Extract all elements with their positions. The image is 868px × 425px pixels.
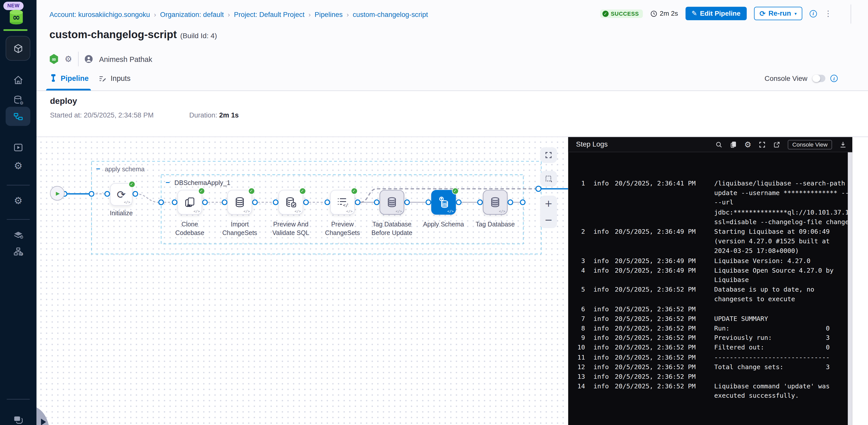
sync-icon: ⟳ [117, 188, 126, 201]
chat-question-icon: ? [13, 415, 24, 425]
chevron-right-icon: › [309, 10, 311, 19]
logo-underline [3, 29, 28, 31]
toggle-knob [812, 75, 820, 82]
step-logs-header: Step Logs ⚙ [568, 137, 852, 152]
active-tab-underline [46, 89, 91, 90]
log-row: 4info20/5/2025, 2:36:49 PMLiquibase Open… [576, 265, 848, 285]
sidebar-item-executions[interactable] [0, 138, 37, 157]
kebab-menu-icon[interactable]: ⋮ [824, 9, 832, 18]
status-text: SUCCESS [611, 10, 639, 17]
node-import-changesets[interactable]: ✓ </> [227, 190, 252, 215]
database-icon [234, 196, 246, 208]
sidebar-item-settings[interactable]: ⚙ [0, 156, 37, 175]
node-apply-schema[interactable]: ✓ </> [431, 190, 456, 215]
clone-icon [184, 196, 196, 208]
breadcrumb-project[interactable]: Project: Default Project [234, 10, 305, 19]
rerun-button[interactable]: ⟳ Re-run ▾ [754, 7, 802, 20]
log-row: 3info20/5/2025, 2:36:49 PMLiquibase Vers… [576, 256, 848, 265]
topbar: Account: kurosakiichigo.songoku › Organi… [37, 0, 868, 27]
search-icon[interactable] [715, 141, 722, 148]
stage-name: deploy [50, 96, 77, 106]
clock-icon [650, 10, 657, 17]
top-actions: ✓ SUCCESS 2m 2s ✎ Edit Pipeline ⟳ Re-run [600, 0, 832, 27]
tab-inputs[interactable]: Inputs [98, 66, 130, 90]
info-icon[interactable]: i [810, 10, 817, 17]
breadcrumb-current[interactable]: custom-changelog-script [353, 10, 428, 19]
database-upload-icon [437, 196, 450, 209]
collapse-icon[interactable]: − [96, 165, 100, 173]
code-template-icon: </> [396, 209, 402, 213]
cube-icon [12, 43, 23, 54]
log-row: 12info20/5/2025, 2:36:52 PMTotal change … [576, 362, 848, 372]
log-row: 6info20/5/2025, 2:36:52 PM [576, 305, 848, 314]
collapse-icon[interactable]: − [166, 178, 170, 187]
code-template-icon: </> [346, 209, 352, 213]
zoom-out-button[interactable]: − [545, 215, 553, 225]
step-logs-title: Step Logs [576, 141, 708, 148]
refresh-icon: ⟳ [760, 9, 766, 18]
node-tag-database-before-update[interactable]: </> [379, 190, 404, 215]
step-logs-panel: Step Logs ⚙ [568, 137, 868, 425]
gear-icon[interactable]: ⚙ [744, 141, 751, 148]
fullscreen-icon[interactable] [759, 141, 766, 148]
svg-text:</>: </> [343, 203, 349, 208]
node-preview-changesets[interactable]: </> ✓ </> [330, 190, 355, 215]
sidebar-item-organizations[interactable]: ⚙ [0, 242, 37, 261]
sidebar-divider [7, 185, 30, 186]
zoom-in-button[interactable]: + [545, 199, 553, 208]
tab-pipeline[interactable]: Pipeline [50, 66, 89, 90]
breadcrumb-account[interactable]: Account: kurosakiichigo.songoku [50, 10, 150, 19]
external-link-icon[interactable] [773, 141, 781, 148]
gear-icon[interactable]: ⚙ [65, 54, 72, 64]
stage-duration: Duration: 2m 1s [189, 111, 239, 119]
sidebar-item-pipelines[interactable] [5, 107, 30, 126]
group-label-text[interactable]: DBSchemaApply_1 [175, 179, 230, 186]
log-row: 14info20/5/2025, 2:36:52 PMLiquibase com… [576, 382, 848, 401]
code-template-icon: </> [193, 209, 200, 213]
log-row: 9info20/5/2025, 2:36:52 PMPreviously run… [576, 333, 848, 343]
log-row: 8info20/5/2025, 2:36:52 PMRun: 0 [576, 324, 848, 333]
help-button[interactable]: ? [0, 410, 37, 425]
node-preview-and-validate-sql[interactable]: ✓ </> [278, 190, 303, 215]
sidebar-divider [7, 399, 30, 399]
node-clone-codebase[interactable]: ✓ </> [178, 190, 202, 215]
sidebar-item-project-settings[interactable]: ⚙ [0, 191, 37, 210]
group-label-text[interactable]: apply schema [105, 166, 145, 172]
info-icon[interactable]: i [830, 75, 838, 82]
copy-icon[interactable] [730, 141, 737, 148]
console-view-button[interactable]: Console View [788, 140, 832, 149]
download-icon[interactable] [839, 141, 847, 148]
group-dbschemaapply-1: − DBSchemaApply_1 [166, 178, 230, 187]
canvas-corner-expander[interactable] [37, 404, 52, 425]
console-view-toggle[interactable] [812, 75, 825, 82]
pipeline-tab-icon [50, 74, 57, 83]
pipeline-canvas[interactable]: − apply schema − DBSchemaApply_1 ▶ ⟳ ✓ [37, 137, 568, 425]
list-code-icon: </> [336, 196, 349, 208]
step-logs-console: Step Logs ⚙ [568, 137, 852, 425]
app-root: NEW ∞ ⚙ [0, 0, 868, 425]
canvas-fullscreen-button[interactable] [540, 147, 557, 163]
chevron-right-icon: › [154, 10, 156, 19]
log-rows: 1info20/5/2025, 2:36:41 PM/liquibase/liq… [568, 152, 847, 425]
node-label: Tag Database [464, 220, 526, 228]
chevron-right-icon: › [228, 10, 230, 19]
chevron-right-icon: › [347, 10, 349, 19]
logs-scrollbar[interactable] [848, 152, 852, 425]
pipeline-connectors [37, 137, 568, 425]
canvas-marquee-select-button[interactable] [540, 171, 557, 187]
breadcrumb-organization[interactable]: Organization: default [160, 10, 224, 19]
sidebar-item-resources[interactable]: ⚙ [0, 225, 37, 244]
node-tag-database[interactable]: </> [483, 190, 507, 215]
ci-module-icon: ∞ [50, 54, 59, 64]
avatar [85, 55, 93, 63]
edit-pipeline-button[interactable]: ✎ Edit Pipeline [685, 7, 747, 20]
sidebar-item-module-selector[interactable] [5, 36, 30, 61]
log-row: 1info20/5/2025, 2:36:41 PM/liquibase/liq… [576, 179, 848, 227]
node-initialize[interactable]: ⟳ ✓ </> [110, 183, 132, 206]
log-row: 13info20/5/2025, 2:36:52 PM [576, 372, 848, 381]
code-template-icon: </> [499, 209, 505, 213]
harness-dbops-logo-icon[interactable]: ∞ [7, 9, 25, 25]
start-node[interactable]: ▶ [50, 186, 65, 201]
breadcrumb-pipelines[interactable]: Pipelines [315, 10, 343, 19]
sidebar-item-home[interactable] [0, 70, 37, 89]
